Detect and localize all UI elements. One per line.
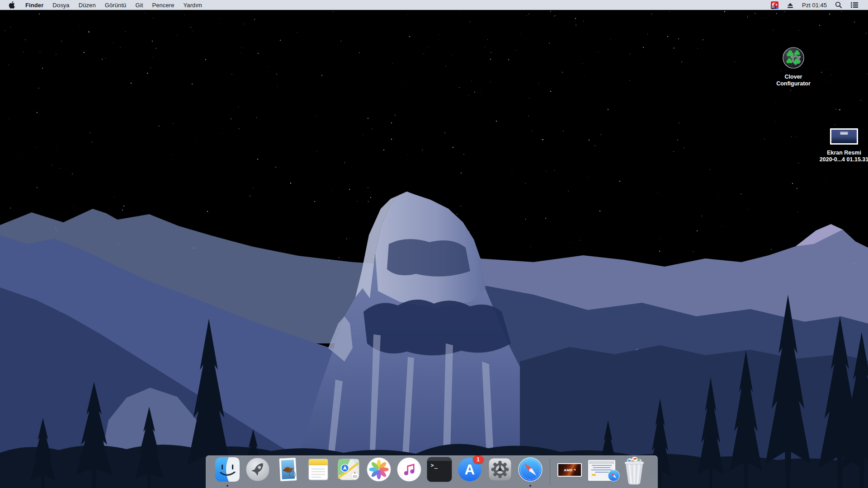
input-source-menu[interactable]: PC bbox=[767, 0, 783, 10]
eject-icon bbox=[787, 2, 794, 9]
dock-item-system-preferences[interactable] bbox=[485, 455, 515, 488]
dock-item-safari[interactable] bbox=[515, 455, 545, 488]
mini-text-line bbox=[595, 472, 609, 473]
dock-item-itunes[interactable] bbox=[394, 455, 424, 488]
launchpad-icon bbox=[245, 457, 270, 482]
mini-text-line bbox=[592, 465, 612, 466]
desktop-icon-screenshot-file[interactable]: Ekran Resmi 2020-0...4 01.15.31 bbox=[817, 128, 868, 163]
safari-mini-badge-icon bbox=[608, 469, 620, 482]
dock-item-notes[interactable] bbox=[303, 455, 333, 488]
screenshot-label-line1: Ekran Resmi bbox=[820, 150, 868, 156]
spotlight-menu[interactable] bbox=[831, 0, 846, 10]
itunes-icon bbox=[396, 457, 422, 482]
menu-clock[interactable]: Pzt 01:45 bbox=[798, 0, 831, 10]
dock-item-app-store[interactable]: A 1 bbox=[454, 455, 485, 488]
mini-yellow-button bbox=[592, 474, 596, 476]
menu-item-finder[interactable]: Finder bbox=[21, 0, 48, 10]
dock-item-maps[interactable]: 3D bbox=[333, 455, 363, 488]
menu-item-pencere[interactable]: Pencere bbox=[147, 0, 179, 10]
clover-label-line1: Clover bbox=[776, 74, 811, 80]
desktop-icon-label: Clover Configurator bbox=[776, 74, 811, 87]
menu-item-duzen[interactable]: Düzen bbox=[74, 0, 100, 10]
terminal-prompt-glyph: >_ bbox=[431, 462, 438, 469]
app-store-icon: A 1 bbox=[457, 457, 482, 482]
dock-separator bbox=[550, 459, 550, 485]
app-store-badge: 1 bbox=[473, 455, 484, 464]
dock-item-finder[interactable] bbox=[212, 455, 242, 488]
screenshot-label-line2: 2020-0...4 01.15.31 bbox=[820, 156, 868, 163]
menu-item-yardim[interactable]: Yardım bbox=[179, 0, 207, 10]
wallpaper-mountains bbox=[0, 0, 868, 488]
maps-3d-label: 3D bbox=[352, 474, 357, 479]
amd-logo-mark bbox=[574, 469, 576, 471]
menu-bar-left: Finder Dosya Düzen Görüntü Git Pencere Y… bbox=[0, 0, 207, 10]
dock: 3D bbox=[206, 455, 658, 488]
menu-item-git[interactable]: Git bbox=[131, 0, 147, 10]
clover-configurator-icon bbox=[783, 47, 804, 69]
search-icon bbox=[835, 1, 842, 9]
amd-window-label: AMD bbox=[564, 468, 573, 472]
menu-bar: Finder Dosya Düzen Görüntü Git Pencere Y… bbox=[0, 0, 868, 10]
dock-item-mail[interactable] bbox=[273, 455, 303, 488]
notification-center-menu[interactable] bbox=[846, 0, 863, 10]
input-source-flag-icon: PC bbox=[771, 1, 778, 9]
finder-icon bbox=[215, 457, 240, 482]
menu-item-dosya[interactable]: Dosya bbox=[48, 0, 74, 10]
notification-center-icon bbox=[850, 1, 859, 9]
desktop: Finder Dosya Düzen Görüntü Git Pencere Y… bbox=[0, 0, 868, 488]
clover-label-line2: Configurator bbox=[776, 80, 811, 87]
trash-icon bbox=[623, 457, 646, 485]
mini-window-titlebar bbox=[589, 461, 614, 464]
system-preferences-icon bbox=[487, 457, 513, 482]
dock-item-photos[interactable] bbox=[363, 455, 394, 488]
apple-logo-icon bbox=[9, 1, 15, 9]
safari-icon bbox=[518, 457, 543, 482]
desktop-icon-clover-configurator[interactable]: Clover Configurator bbox=[766, 47, 821, 87]
dock-minimized-amd-window[interactable]: AMD bbox=[557, 463, 582, 477]
mail-icon bbox=[275, 457, 301, 482]
mini-text-line bbox=[593, 467, 610, 468]
screenshot-thumbnail bbox=[830, 128, 858, 145]
menu-item-goruntu[interactable]: Görüntü bbox=[100, 0, 131, 10]
photos-icon bbox=[366, 457, 392, 482]
dock-item-terminal[interactable]: >_ bbox=[424, 455, 454, 488]
menu-bar-status: PC Pzt 01:45 bbox=[767, 0, 863, 10]
app-store-letter: A bbox=[464, 462, 474, 478]
apple-menu[interactable] bbox=[0, 0, 21, 10]
maps-icon: 3D bbox=[336, 457, 361, 482]
eject-menu[interactable] bbox=[783, 0, 798, 10]
dock-minimized-safari-window[interactable] bbox=[588, 460, 615, 481]
notes-icon bbox=[306, 457, 331, 482]
terminal-icon: >_ bbox=[427, 457, 452, 482]
desktop-icon-label: Ekran Resmi 2020-0...4 01.15.31 bbox=[820, 150, 868, 163]
dock-item-trash-full[interactable] bbox=[623, 457, 646, 485]
dock-item-launchpad[interactable] bbox=[242, 455, 273, 488]
